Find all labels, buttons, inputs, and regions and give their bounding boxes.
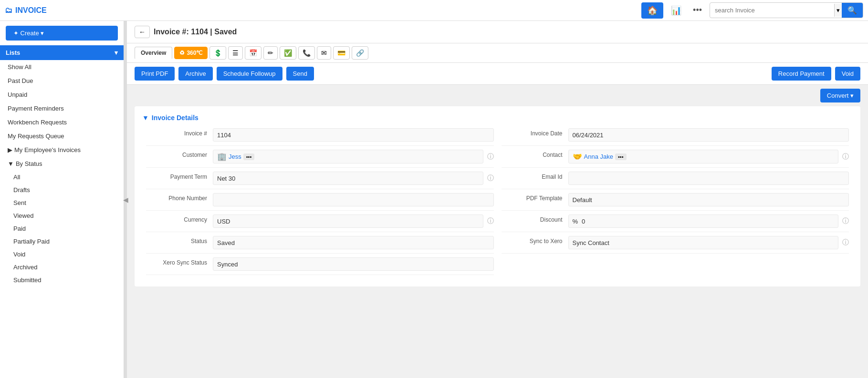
sidebar-subitem-drafts[interactable]: Drafts xyxy=(0,184,124,196)
status-label: Status xyxy=(146,236,213,245)
schedule-followup-button[interactable]: Schedule Followup xyxy=(217,67,282,81)
customer-link[interactable]: Jess xyxy=(229,153,241,160)
invoice-number-label: Invoice # xyxy=(146,128,213,137)
by-status-header[interactable]: ▼ By Status xyxy=(0,157,124,171)
invoice-details-title[interactable]: ▼ Invoice Details xyxy=(142,114,853,122)
contact-link[interactable]: Anna Jake xyxy=(584,153,613,160)
sidebar-subitem-all[interactable]: All xyxy=(0,171,124,184)
field-status: Status Saved xyxy=(146,236,494,254)
my-employees-invoices-label: My Employee's Invoices xyxy=(14,146,81,153)
sidebar-subitem-paid[interactable]: Paid xyxy=(0,222,124,235)
invoice-date-label: Invoice Date xyxy=(502,128,568,137)
tab-financials[interactable]: 💲 xyxy=(209,46,226,60)
void-button[interactable]: Void xyxy=(835,67,860,81)
sidebar-resizer[interactable]: ◀ xyxy=(124,21,127,378)
search-input[interactable] xyxy=(710,4,834,17)
sidebar-item-show-all[interactable]: Show All xyxy=(0,60,124,74)
field-discount: Discount % 0 ⓘ xyxy=(502,215,849,232)
currency-label: Currency xyxy=(146,215,213,223)
sidebar-item-my-requests-queue[interactable]: My Requests Queue xyxy=(0,129,124,143)
contact-value: 🤝 Anna Jake ••• xyxy=(568,150,839,163)
contact-label: Contact xyxy=(502,150,568,158)
discount-value-wrap: % 0 ⓘ xyxy=(568,215,849,228)
more-button[interactable]: ••• xyxy=(689,3,706,17)
app-logo: 🗂 INVOICE xyxy=(5,6,47,15)
tab-overview[interactable]: Overview xyxy=(135,47,172,60)
field-pdf-template: PDF Template Default xyxy=(502,193,849,211)
lists-section-header[interactable]: Lists ▾ xyxy=(0,45,124,60)
my-employees-invoices-header[interactable]: ▶ My Employee's Invoices xyxy=(0,143,124,157)
field-customer: Customer 🏢 Jess ••• ⓘ xyxy=(146,150,494,168)
record-payment-button[interactable]: Record Payment xyxy=(772,67,831,81)
tab-payments[interactable]: 💳 xyxy=(333,46,350,60)
by-status-label: By Status xyxy=(16,160,42,167)
create-button[interactable]: ✦ Create ▾ xyxy=(6,26,118,41)
contact-value-wrap: 🤝 Anna Jake ••• ⓘ xyxy=(568,150,849,163)
tab-notes[interactable]: ✏ xyxy=(263,46,278,60)
sidebar-item-unpaid[interactable]: Unpaid xyxy=(0,88,124,102)
sidebar-subitem-void[interactable]: Void xyxy=(0,248,124,261)
sidebar-item-past-due[interactable]: Past Due xyxy=(0,74,124,88)
tab-calls[interactable]: 📞 xyxy=(298,46,315,60)
tab-links[interactable]: 🔗 xyxy=(352,46,368,60)
tab-tasks[interactable]: ✅ xyxy=(280,46,296,60)
sync-to-xero-info-icon[interactable]: ⓘ xyxy=(842,238,849,247)
sidebar: ✦ Create ▾ Lists ▾ Show All Past Due Unp… xyxy=(0,21,124,378)
by-status-collapse-icon: ▼ xyxy=(8,160,14,167)
search-wrap: ▾ 🔍 xyxy=(710,2,863,18)
tab-emails[interactable]: ✉ xyxy=(317,46,331,60)
360-label: 360℃ xyxy=(187,50,202,56)
tab-schedule[interactable]: 📅 xyxy=(245,46,261,60)
customer-info-icon[interactable]: ⓘ xyxy=(487,153,494,161)
discount-type: % xyxy=(573,218,578,225)
section-collapse-arrow: ▼ xyxy=(142,114,149,122)
back-button[interactable]: ← xyxy=(135,26,150,38)
payment-term-value-wrap: Net 30 ⓘ xyxy=(213,172,494,185)
field-contact: Contact 🤝 Anna Jake ••• ⓘ xyxy=(502,150,849,168)
status-value: Saved xyxy=(213,236,494,249)
phone-number-label: Phone Number xyxy=(146,193,213,202)
sidebar-subitem-submitted[interactable]: Submitted xyxy=(0,274,124,286)
invoice-title: Invoice #: 1104 | Saved xyxy=(154,28,237,36)
sidebar-subitem-viewed[interactable]: Viewed xyxy=(0,209,124,222)
currency-value-wrap: USD ⓘ xyxy=(213,215,494,228)
field-sync-to-xero: Sync to Xero Sync Contact ⓘ xyxy=(502,236,849,254)
details-grid: Invoice # 1104 Customer 🏢 Jess ••• ⓘ xyxy=(142,128,853,279)
field-invoice-number: Invoice # 1104 xyxy=(146,128,494,146)
currency-info-icon[interactable]: ⓘ xyxy=(487,217,494,225)
tab-360[interactable]: ♻ 360℃ xyxy=(174,47,208,59)
archive-button[interactable]: Archive xyxy=(178,67,212,81)
invoice-header: ← Invoice #: 1104 | Saved xyxy=(127,21,868,43)
invoice-number-value: 1104 xyxy=(213,128,494,142)
sidebar-item-workbench-requests[interactable]: Workbench Requests xyxy=(0,115,124,129)
sidebar-subitem-archived[interactable]: Archived xyxy=(0,261,124,274)
convert-bar: Convert ▾ xyxy=(127,85,868,106)
sidebar-item-payment-reminders[interactable]: Payment Reminders xyxy=(0,102,124,115)
customer-label: Customer xyxy=(146,150,213,158)
search-dropdown-button[interactable]: ▾ xyxy=(834,4,842,17)
convert-button[interactable]: Convert ▾ xyxy=(820,89,860,102)
customer-more-button[interactable]: ••• xyxy=(243,153,255,160)
field-invoice-date: Invoice Date 06/24/2021 xyxy=(502,128,849,146)
customer-icon: 🏢 xyxy=(217,152,227,161)
print-pdf-button[interactable]: Print PDF xyxy=(135,67,175,81)
contact-more-button[interactable]: ••• xyxy=(615,153,627,160)
discount-info-icon[interactable]: ⓘ xyxy=(842,217,849,225)
tabs-bar: Overview ♻ 360℃ 💲 ☰ 📅 ✏ ✅ 📞 ✉ 💳 🔗 xyxy=(127,43,868,63)
sidebar-subitem-sent[interactable]: Sent xyxy=(0,196,124,209)
payment-term-info-icon[interactable]: ⓘ xyxy=(487,174,494,183)
chart-button[interactable]: 📊 xyxy=(667,3,685,18)
search-button[interactable]: 🔍 xyxy=(842,3,863,18)
field-xero-sync-status: Xero Sync Status Synced xyxy=(146,257,494,275)
logo-icon: 🗂 xyxy=(5,6,12,15)
send-button[interactable]: Send xyxy=(286,67,314,81)
home-button[interactable]: 🏠 xyxy=(641,2,663,19)
email-id-label: Email Id xyxy=(502,172,568,180)
lists-arrow-icon: ▾ xyxy=(115,49,118,56)
tab-lines[interactable]: ☰ xyxy=(228,46,243,60)
invoice-details-section: ▼ Invoice Details Invoice # 1104 Custome… xyxy=(135,106,860,286)
details-right: Invoice Date 06/24/2021 Contact 🤝 Anna J… xyxy=(498,128,853,279)
contact-info-icon[interactable]: ⓘ xyxy=(842,153,849,161)
sidebar-subitem-partially-paid[interactable]: Partially Paid xyxy=(0,235,124,248)
360-icon: ♻ xyxy=(179,50,185,56)
